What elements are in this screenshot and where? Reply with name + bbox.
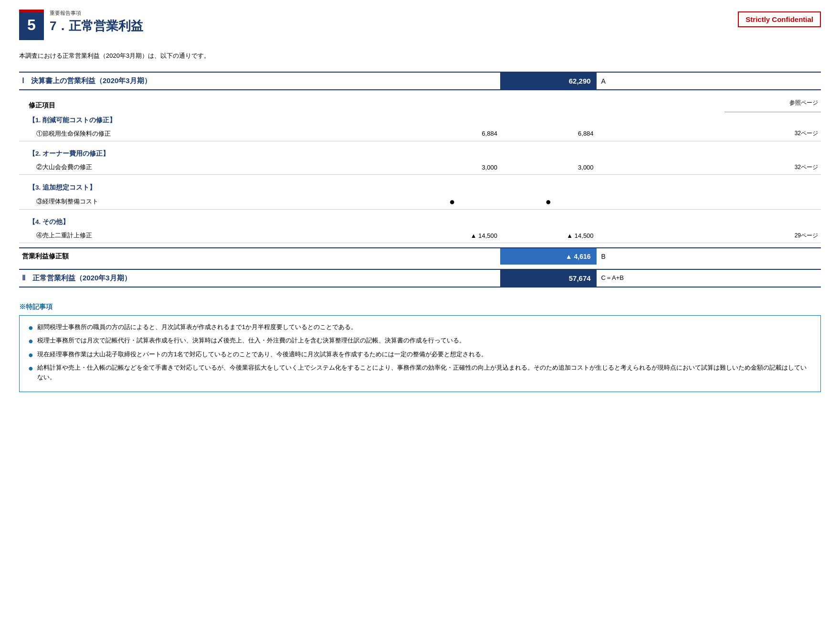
spacer-6 — [19, 265, 821, 269]
bullet-icon: ● — [28, 363, 33, 374]
section2-formula: C＝A+B — [597, 269, 661, 287]
item-3-val2: ● — [500, 194, 597, 210]
item-row-2: ②大山会会費の修正 3,000 3,000 32ページ — [19, 160, 821, 175]
section-number: 5 — [27, 16, 36, 34]
section-number-block: 5 — [19, 10, 44, 40]
subtotal-value: ▲ 4,616 — [500, 248, 597, 265]
bullet-icon: ● — [28, 336, 33, 347]
subcategory-2-label: 【2. オーナー費用の修正】 — [19, 146, 821, 160]
header-subtitle: 重要報告事項 — [50, 10, 143, 17]
header-title: 7．正常営業利益 — [50, 18, 143, 34]
list-item: ● 給料計算や売上・仕入帳の記帳などを全て手書きで対応しているが、今後業容拡大を… — [28, 363, 812, 382]
ref-header: 参照ページ — [724, 95, 821, 112]
item-2-label: ②大山会会費の修正 — [19, 160, 404, 175]
spacer-1 — [19, 90, 821, 95]
section1-letter: A — [597, 72, 661, 90]
section1-row: Ⅰ 決算書上の営業利益（2020年3月期） 62,290 A — [19, 72, 821, 90]
correction-category-label: 修正項目 — [19, 95, 404, 112]
subcategory-1-label: 【1. 削減可能コストの修正】 — [19, 112, 821, 127]
special-note-box: ● 顧問税理士事務所の職員の方の話によると、月次試算表が作成されるまで1か月半程… — [19, 315, 821, 393]
section2-value: 57,674 — [500, 269, 597, 287]
subcategory-4: 【4. その他】 — [19, 214, 821, 228]
item-4-label: ④売上二重計上修正 — [19, 228, 404, 243]
special-note-list: ● 顧問税理士事務所の職員の方の話によると、月次試算表が作成されるまで1か月半程… — [28, 322, 812, 383]
item-row-3: ③経理体制整備コスト ● ● — [19, 194, 821, 210]
item-3-val1: ● — [404, 194, 500, 210]
subcategory-4-label: 【4. その他】 — [19, 214, 821, 228]
spacer-4 — [19, 209, 821, 214]
intro-text: 本調査における正常営業利益（2020年3月期）は、以下の通りです。 — [19, 52, 821, 60]
subtotal-label: 営業利益修正額 — [19, 248, 404, 265]
special-note-title: ※特記事項 — [19, 303, 821, 311]
main-table: Ⅰ 決算書上の営業利益（2020年3月期） 62,290 A 修正項目 参照ペー… — [19, 72, 821, 288]
note-text-4: 給料計算や売上・仕入帳の記帳などを全て手書きで対応しているが、今後業容拡大をして… — [37, 363, 812, 382]
item-1-ref: 32ページ — [724, 127, 821, 141]
note-text-3: 現在経理事務作業は大山花子取締役とパートの方1名で対応しているとのことであり、今… — [37, 350, 487, 359]
subtotal-letter: B — [597, 248, 661, 265]
item-3-label: ③経理体制整備コスト — [19, 194, 404, 210]
header-left: 5 重要報告事項 7．正常営業利益 — [19, 10, 143, 40]
item-2-val1: 3,000 — [404, 160, 500, 175]
bullet-icon: ● — [28, 350, 33, 361]
note-text-1: 顧問税理士事務所の職員の方の話によると、月次試算表が作成されるまで1か月半程度要… — [37, 322, 357, 332]
section2-row: Ⅱ 正常営業利益（2020年3月期） 57,674 C＝A+B — [19, 269, 821, 287]
item-4-val2: ▲ 14,500 — [500, 228, 597, 243]
section1-value: 62,290 — [500, 72, 597, 90]
header-title-block: 重要報告事項 7．正常営業利益 — [50, 10, 143, 34]
item-row-1: ①節税用生命保険料の修正 6,884 6,884 32ページ — [19, 127, 821, 141]
confidential-badge: Strictly Confidential — [738, 11, 821, 27]
subcategory-3: 【3. 追加想定コスト】 — [19, 180, 821, 194]
item-2-ref: 32ページ — [724, 160, 821, 175]
section2-label: Ⅱ 正常営業利益（2020年3月期） — [19, 269, 404, 287]
spacer-5 — [19, 243, 821, 248]
item-1-val2: 6,884 — [500, 127, 597, 141]
section1-label: Ⅰ 決算書上の営業利益（2020年3月期） — [19, 72, 404, 90]
item-1-label: ①節税用生命保険料の修正 — [19, 127, 404, 141]
list-item: ● 税理士事務所では月次で記帳代行・試算表作成を行い、決算時は〆後売上、仕入・外… — [28, 336, 812, 347]
item-3-ref — [724, 194, 821, 210]
spacer-2 — [19, 141, 821, 146]
subcategory-3-label: 【3. 追加想定コスト】 — [19, 180, 821, 194]
subtotal-row: 営業利益修正額 ▲ 4,616 B — [19, 248, 821, 265]
item-row-4: ④売上二重計上修正 ▲ 14,500 ▲ 14,500 29ページ — [19, 228, 821, 243]
item-4-val1: ▲ 14,500 — [404, 228, 500, 243]
note-text-2: 税理士事務所では月次で記帳代行・試算表作成を行い、決算時は〆後売上、仕入・外注費… — [37, 336, 465, 345]
list-item: ● 顧問税理士事務所の職員の方の話によると、月次試算表が作成されるまで1か月半程… — [28, 322, 812, 333]
bullet-icon: ● — [28, 323, 33, 333]
page-header: 5 重要報告事項 7．正常営業利益 Strictly Confidential — [19, 10, 821, 40]
subcategory-2: 【2. オーナー費用の修正】 — [19, 146, 821, 160]
subcategory-1: 【1. 削減可能コストの修正】 — [19, 112, 821, 127]
special-note-section: ※特記事項 ● 顧問税理士事務所の職員の方の話によると、月次試算表が作成されるま… — [19, 303, 821, 393]
spacer-3 — [19, 175, 821, 180]
list-item: ● 現在経理事務作業は大山花子取締役とパートの方1名で対応しているとのことであり… — [28, 350, 812, 361]
item-2-val2: 3,000 — [500, 160, 597, 175]
correction-header-row: 修正項目 参照ページ — [19, 95, 821, 112]
item-1-val1: 6,884 — [404, 127, 500, 141]
item-4-ref: 29ページ — [724, 228, 821, 243]
